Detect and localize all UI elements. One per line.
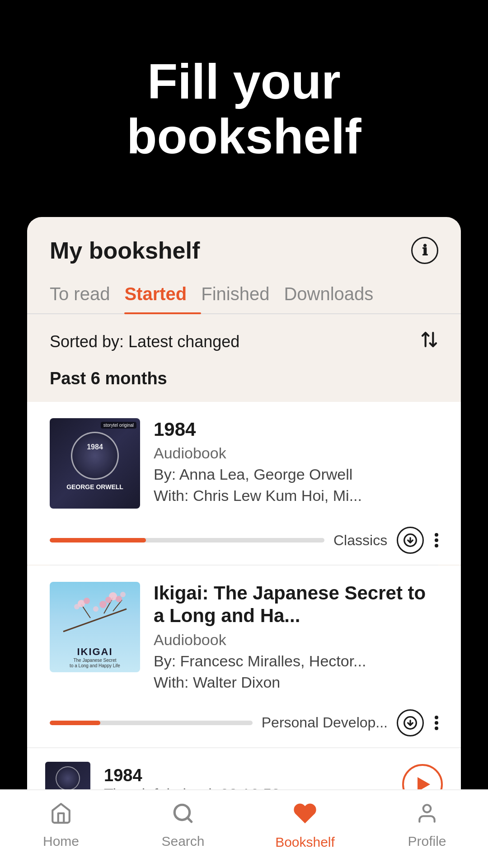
progress-bar-1984 xyxy=(50,538,324,542)
nav-item-bookshelf[interactable]: Bookshelf xyxy=(269,801,341,850)
sort-bar: Sorted by: Latest changed xyxy=(27,314,461,369)
bookshelf-label: Bookshelf xyxy=(275,835,335,850)
book-content-ikigai: IKIGAI The Japanese Secret to a Long and… xyxy=(27,566,461,702)
tab-downloads[interactable]: Downloads xyxy=(284,275,388,313)
home-icon xyxy=(50,802,72,830)
book-title-ikigai: Ikigai: The Japanese Secret to a Long an… xyxy=(154,582,438,627)
book-actions-1984 xyxy=(397,527,438,554)
sort-button[interactable] xyxy=(420,330,438,353)
book-item-ikigai: IKIGAI The Japanese Secret to a Long and… xyxy=(27,566,461,747)
hero-section: Fill your bookshelf xyxy=(0,0,488,217)
svg-point-13 xyxy=(99,601,107,608)
more-button-ikigai[interactable] xyxy=(435,716,438,730)
book-footer-ikigai: Personal Develop... xyxy=(27,702,461,747)
bottom-nav: Home Search Bookshelf Profile xyxy=(0,789,488,868)
ikigai-art xyxy=(50,586,140,650)
sort-label: Sorted by: Latest changed xyxy=(50,332,239,351)
progress-fill-1984 xyxy=(50,538,146,542)
book-info-1984: 1984 Audiobook By: Anna Lea, George Orwe… xyxy=(154,418,438,509)
nav-item-home[interactable]: Home xyxy=(25,802,97,849)
search-label: Search xyxy=(161,834,204,849)
book-narrator-1984: With: Chris Lew Kum Hoi, Mi... xyxy=(154,487,438,505)
book-cover-ikigai[interactable]: IKIGAI The Japanese Secret to a Long and… xyxy=(50,582,140,672)
section-label: Past 6 months xyxy=(27,369,461,402)
profile-label: Profile xyxy=(408,834,446,849)
svg-point-7 xyxy=(74,604,80,609)
book-type-ikigai: Audiobook xyxy=(154,631,438,649)
more-button-1984[interactable] xyxy=(435,533,438,547)
svg-point-9 xyxy=(116,596,122,602)
svg-point-6 xyxy=(84,598,90,604)
book-narrator-ikigai: With: Walter Dixon xyxy=(154,674,438,691)
card-header: My bookshelf ℹ xyxy=(27,217,461,275)
bookshelf-title: My bookshelf xyxy=(50,237,200,264)
download-button-1984[interactable] xyxy=(397,527,424,554)
book-title-1984: 1984 xyxy=(154,418,438,441)
info-button[interactable]: ℹ xyxy=(411,237,438,264)
bookshelf-card: My bookshelf ℹ To read Started Finished … xyxy=(27,217,461,821)
svg-line-1 xyxy=(63,609,127,632)
hero-title: Fill your bookshelf xyxy=(0,54,488,163)
nav-item-search[interactable]: Search xyxy=(147,802,219,849)
tab-started[interactable]: Started xyxy=(124,275,201,313)
book-actions-ikigai xyxy=(397,709,438,736)
book-author-ikigai: By: Francesc Miralles, Hector... xyxy=(154,652,438,670)
search-icon xyxy=(172,802,194,830)
tab-finished[interactable]: Finished xyxy=(201,275,284,313)
svg-point-10 xyxy=(120,592,126,597)
download-button-ikigai[interactable] xyxy=(397,709,424,736)
progress-bar-ikigai xyxy=(50,721,253,725)
home-label: Home xyxy=(43,834,79,849)
tab-to-read[interactable]: To read xyxy=(50,275,124,313)
tab-bar: To read Started Finished Downloads xyxy=(27,275,461,314)
book-genre-1984: Classics xyxy=(333,532,388,549)
now-playing-title: 1984 xyxy=(104,766,389,785)
progress-fill-ikigai xyxy=(50,721,100,725)
book-type-1984: Audiobook xyxy=(154,444,438,462)
svg-point-11 xyxy=(105,597,112,603)
svg-point-12 xyxy=(93,606,99,612)
book-content-1984: storytel original 1984 GEORGE ORWELL 198… xyxy=(27,402,461,519)
svg-point-16 xyxy=(423,805,431,812)
bookshelf-icon xyxy=(293,801,317,831)
nav-item-profile[interactable]: Profile xyxy=(391,802,463,849)
book-item-1984: storytel original 1984 GEORGE ORWELL 198… xyxy=(27,402,461,565)
book-author-1984: By: Anna Lea, George Orwell xyxy=(154,466,438,483)
book-info-ikigai: Ikigai: The Japanese Secret to a Long an… xyxy=(154,582,438,691)
book-cover-1984[interactable]: storytel original 1984 GEORGE ORWELL xyxy=(50,418,140,509)
book-footer-1984: Classics xyxy=(27,519,461,565)
book-genre-ikigai: Personal Develop... xyxy=(262,714,388,731)
profile-icon xyxy=(416,802,438,830)
